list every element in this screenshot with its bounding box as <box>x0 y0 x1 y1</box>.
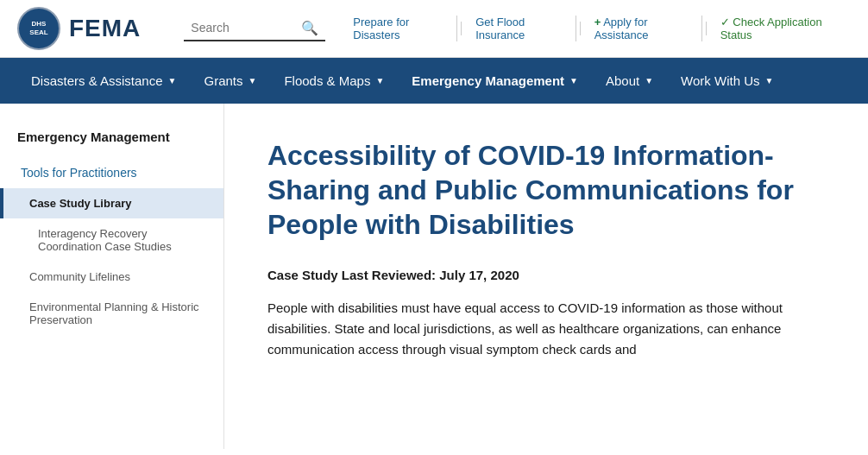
nav-emergency[interactable]: Emergency Management ▼ <box>398 58 592 104</box>
dhs-seal: DHSSEAL <box>17 7 60 50</box>
nav-floods[interactable]: Floods & Maps ▼ <box>270 58 398 104</box>
search-icon[interactable]: 🔍 <box>301 20 318 36</box>
apply-link[interactable]: + Apply for Assistance <box>584 16 702 41</box>
sidebar-item-community[interactable]: Community Lifelines <box>0 262 223 292</box>
sidebar-item-case-library[interactable]: Case Study Library <box>0 188 223 218</box>
search-input[interactable] <box>191 21 294 35</box>
prepare-link[interactable]: Prepare for Disasters <box>343 16 457 41</box>
fema-logo[interactable]: FEMA <box>69 15 141 42</box>
sidebar-item-enviro[interactable]: Environmental Planning & Historic Preser… <box>0 292 223 335</box>
quick-links: Prepare for Disasters Get Flood Insuranc… <box>343 16 851 41</box>
check-status-link[interactable]: ✓ Check Application Status <box>710 16 851 41</box>
nav-about[interactable]: About ▼ <box>592 58 667 104</box>
sidebar-item-tools[interactable]: Tools for Practitioners <box>0 157 223 188</box>
sidebar-section-title: Emergency Management <box>0 130 223 157</box>
flood-link[interactable]: Get Flood Insurance <box>465 16 576 41</box>
nav-grants[interactable]: Grants ▼ <box>190 58 270 104</box>
divider <box>580 22 581 35</box>
chevron-down-icon: ▼ <box>569 76 578 85</box>
content-wrapper: Emergency Management Tools for Practitio… <box>0 104 868 449</box>
review-date-value: July 17, 2020 <box>439 268 519 282</box>
search-area[interactable]: 🔍 <box>184 16 325 41</box>
page-title: Accessibility of COVID-19 Information-Sh… <box>267 138 802 242</box>
sidebar: Emergency Management Tools for Practitio… <box>0 104 224 449</box>
main-nav: Disasters & Assistance ▼ Grants ▼ Floods… <box>0 58 868 104</box>
intro-paragraph: People with disabilities must have equal… <box>267 298 802 360</box>
checkmark-icon: ✓ <box>720 16 730 28</box>
site-header: DHSSEAL FEMA 🔍 Prepare for Disasters Get… <box>0 0 868 58</box>
sidebar-item-interagency[interactable]: Interagency Recovery Coordination Case S… <box>0 218 223 262</box>
main-content: Accessibility of COVID-19 Information-Sh… <box>224 104 868 449</box>
nav-disasters[interactable]: Disasters & Assistance ▼ <box>17 58 190 104</box>
review-label: Case Study Last Reviewed: <box>267 268 436 282</box>
divider <box>461 22 462 35</box>
nav-workwithus[interactable]: Work With Us ▼ <box>667 58 787 104</box>
chevron-down-icon: ▼ <box>168 76 177 85</box>
plus-icon: + <box>594 16 601 28</box>
chevron-down-icon: ▼ <box>645 76 653 85</box>
divider <box>706 22 707 35</box>
chevron-down-icon: ▼ <box>765 76 774 85</box>
logo-area: DHSSEAL FEMA <box>17 7 141 50</box>
chevron-down-icon: ▼ <box>375 76 384 85</box>
review-date: Case Study Last Reviewed: July 17, 2020 <box>267 268 825 282</box>
chevron-down-icon: ▼ <box>248 76 256 85</box>
